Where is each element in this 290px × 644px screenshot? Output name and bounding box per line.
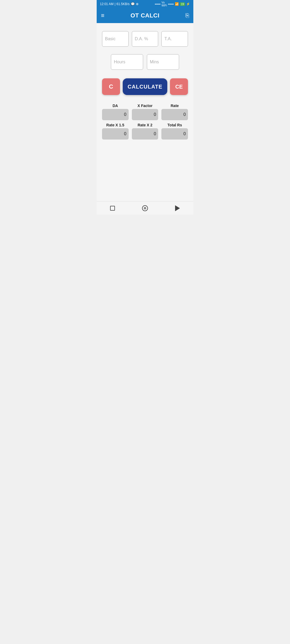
nav-back-icon[interactable] <box>175 205 180 211</box>
signal2-icon: ▪▪▪▪▪ <box>168 2 174 6</box>
share-icon[interactable]: ⎘ <box>186 12 189 19</box>
hours-field-wrapper[interactable] <box>111 54 143 70</box>
time-display: 12:01 AM <box>100 2 114 6</box>
ta-input[interactable] <box>164 36 185 41</box>
hours-input[interactable] <box>114 60 140 64</box>
status-right: ▪▪▪▪▪ VoWiFi ▪▪▪▪▪ 📶 19 ⚡ <box>155 1 190 7</box>
status-left: 12:01 AM | 61.5KB/s 💬 ⊕ <box>100 2 139 6</box>
rate2-result: Rate X 2 0 <box>132 123 158 140</box>
results-row-2: Rate X 1.5 0 Rate X 2 0 Total Rs 0 <box>102 123 188 140</box>
da-field-wrapper[interactable] <box>132 31 158 47</box>
rate2-label: Rate X 2 <box>137 123 152 127</box>
basic-input[interactable] <box>105 36 126 41</box>
da-result: DA 0 <box>102 104 129 120</box>
rate-value: 0 <box>161 109 188 120</box>
hours-row <box>102 54 188 70</box>
totalrs-value: 0 <box>161 128 188 140</box>
ta-field-wrapper[interactable] <box>161 31 188 47</box>
mins-field-wrapper[interactable] <box>147 54 179 70</box>
top-input-row <box>102 31 188 47</box>
rate15-value: 0 <box>102 128 129 140</box>
rate-label: Rate <box>171 104 179 108</box>
da-value: 0 <box>102 109 129 120</box>
rate15-label: Rate X 1.5 <box>106 123 124 127</box>
xfactor-value: 0 <box>132 109 158 120</box>
wifi-icon: 📶 <box>175 2 179 6</box>
totalrs-label: Total Rs <box>168 123 182 127</box>
vo-wifi-label: VoWiFi <box>162 1 167 7</box>
mins-input[interactable] <box>150 60 176 64</box>
nav-square-icon[interactable] <box>110 206 115 211</box>
nav-home-inner <box>144 207 146 209</box>
status-bar: 12:01 AM | 61.5KB/s 💬 ⊕ ▪▪▪▪▪ VoWiFi ▪▪▪… <box>97 0 193 8</box>
calculate-button[interactable]: CALCULATE <box>123 78 168 95</box>
app-title: OT CALCI <box>130 12 160 19</box>
results-row-1: DA 0 X Factor 0 Rate 0 <box>102 104 188 120</box>
separator: | <box>115 2 115 6</box>
xfactor-label: X Factor <box>137 104 153 108</box>
battery-badge: 19 <box>180 2 185 6</box>
rate-result: Rate 0 <box>161 104 188 120</box>
da-label: DA <box>113 104 118 108</box>
totalrs-result: Total Rs 0 <box>161 123 188 140</box>
clear-button[interactable]: C <box>102 78 120 95</box>
main-content: C CALCULATE CE DA 0 X Factor 0 Rate 0 Ra… <box>97 23 193 201</box>
clear-entry-button[interactable]: CE <box>170 78 188 95</box>
nav-bar <box>97 201 193 215</box>
basic-field-wrapper[interactable] <box>102 31 129 47</box>
charging-icon: ⚡ <box>186 2 190 6</box>
buttons-row: C CALCULATE CE <box>102 78 188 95</box>
rate2-value: 0 <box>132 128 158 140</box>
speed-display: 61.5KB/s <box>117 2 130 6</box>
chat-icon: 💬 <box>131 2 135 6</box>
hamburger-menu-icon[interactable]: ≡ <box>101 12 104 19</box>
rate15-result: Rate X 1.5 0 <box>102 123 129 140</box>
signal-icon: ▪▪▪▪▪ <box>155 2 160 6</box>
app-bar: ≡ OT CALCI ⎘ <box>97 8 193 23</box>
sim-icon: ⊕ <box>136 2 139 6</box>
nav-home-icon[interactable] <box>142 205 148 211</box>
xfactor-result: X Factor 0 <box>132 104 158 120</box>
da-input[interactable] <box>135 36 155 41</box>
results-grid: DA 0 X Factor 0 Rate 0 Rate X 1.5 0 Rate… <box>102 104 188 140</box>
